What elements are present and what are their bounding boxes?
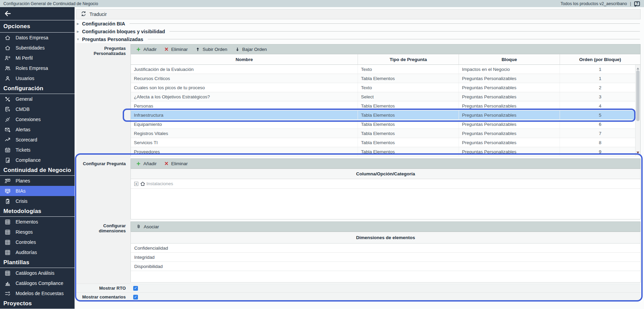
question-row[interactable]: Proveedores Tabla Elementos Preguntas Pe… [131, 147, 640, 156]
bar-chart-icon [4, 280, 11, 287]
question-row[interactable]: Registros Vitales Tabla Elementos Pregun… [131, 129, 640, 138]
scrollbar-thumb[interactable] [636, 70, 640, 121]
question-row[interactable]: Cuales son los picos de tu proceso Texto… [131, 83, 640, 92]
sidebar-item-scorecard[interactable]: Scorecard [0, 135, 75, 145]
sidebar-section-continuidad: Continuidad de Negocio [0, 165, 75, 176]
question-row-selected[interactable]: Infraestructura Tabla Elementos Pregunta… [131, 111, 640, 120]
sidebar-item-usuarios[interactable]: Usuarios [0, 73, 75, 83]
sidebar-item-catalogos-analisis[interactable]: Catálogos Análisis [0, 268, 75, 278]
configure-question-toolbar: Añadir Eliminar [130, 158, 641, 169]
grid-icon [4, 229, 11, 236]
products-user-menu[interactable]: Todos los productos v2_aescribano [561, 1, 627, 6]
chart-line-icon [4, 136, 11, 143]
mostrar-rto-label: Mostrar RTO [76, 286, 130, 291]
add-column-button[interactable]: Añadir [132, 159, 160, 168]
sidebar-item-auditorias[interactable]: Auditorías [0, 247, 75, 257]
arrow-down-icon [235, 47, 240, 52]
document-pen-icon [4, 157, 11, 164]
arrow-left-icon [4, 10, 12, 17]
column-header-tipo[interactable]: Tipo de Pregunta [358, 54, 459, 64]
sidebar-item-elementos[interactable]: Elementos [0, 217, 75, 227]
sidebar-item-riesgos[interactable]: Riesgos [0, 227, 75, 237]
associate-button[interactable]: Asociar [132, 222, 163, 231]
sidebar-item-alertas[interactable]: Alertas [0, 124, 75, 135]
question-row[interactable]: ¿Afecta a los Objetivos Estratégicos? Se… [131, 92, 640, 101]
app-window: Configuración General de Continuidad de … [0, 0, 644, 309]
mostrar-comentarios-row: Mostrar comentarios [76, 292, 641, 301]
sidebar-item-general[interactable]: General [0, 94, 75, 104]
expand-plus-icon[interactable] [134, 182, 138, 186]
scroll-up-icon[interactable] [637, 66, 639, 70]
grid-icon [4, 218, 11, 226]
column-header-bloque[interactable]: Bloque [459, 54, 560, 64]
mostrar-rto-row: Mostrar RTO [76, 284, 641, 292]
survey-checklist-icon [4, 290, 11, 297]
back-button[interactable] [0, 7, 75, 20]
sidebar-item-cmdb[interactable]: CMDB [0, 104, 75, 114]
home-icon [4, 34, 11, 41]
panel-label-configurar-dimensiones: Configurar dimensiones [76, 223, 130, 233]
question-row[interactable]: Justificación de la Evaluación Texto Imp… [131, 65, 640, 74]
column-header-orden[interactable]: Orden (por Bloque) [560, 54, 640, 64]
people-icon [4, 65, 11, 72]
sidebar-item-planes[interactable]: Planes [0, 176, 75, 186]
mostrar-comentarios-checkbox[interactable] [133, 295, 138, 300]
sidebar-item-mi-perfil[interactable]: Mi Perfil [0, 53, 75, 63]
question-row[interactable]: Personas Tabla Elementos Preguntas Perso… [131, 101, 640, 111]
mail-icon [4, 126, 11, 133]
panel-label-preguntas: Preguntas Personalizadas [76, 46, 130, 56]
sidebar-section-proyectos: Proyectos [0, 298, 75, 309]
sidebar-item-datos-empresa[interactable]: Datos Empresa [0, 33, 75, 43]
chevron-right-icon: ▶ [76, 30, 80, 33]
tools-icon [4, 96, 11, 103]
accordion-configuracion-bia[interactable]: ▶ Configuración BIA [76, 20, 641, 27]
move-down-button[interactable]: Bajar Orden [231, 44, 271, 54]
column-header-nombre[interactable]: Nombre [131, 54, 358, 64]
mostrar-comentarios-label: Mostrar comentarios [76, 294, 130, 300]
x-icon [164, 161, 169, 166]
questions-table-header: Nombre Tipo de Pregunta Bloque Orden (po… [131, 54, 640, 65]
translate-button[interactable]: Traducir [76, 9, 641, 19]
sidebar-section-configuracion: Configuración [0, 83, 75, 94]
delete-column-button[interactable]: Eliminar [160, 159, 192, 168]
sidebar-item-bias[interactable]: BIAs [0, 186, 75, 196]
top-bar: Configuración General de Continuidad de … [0, 0, 644, 7]
separator: | [630, 1, 631, 6]
help-icon[interactable]: ? [634, 1, 640, 6]
question-row[interactable]: Servicios TI Tabla Elementos Preguntas P… [131, 138, 640, 147]
sidebar-item-modelos-de-encuestas[interactable]: Modelos de Encuestas [0, 288, 75, 298]
mostrar-rto-checkbox[interactable] [133, 286, 138, 291]
sidebar-section-metodologias: Metodologías [0, 206, 75, 217]
sidebar-item-conexiones[interactable]: Conexiones [0, 114, 75, 124]
sidebar-item-tickets[interactable]: Tickets [0, 145, 75, 155]
profile-icon [4, 55, 11, 62]
divider [148, 39, 640, 39]
accordion-configuracion-bloques[interactable]: ▶ Configuración bloques y visibilidad [76, 27, 641, 35]
accordion-preguntas-personalizadas[interactable]: ▼ Preguntas Personalizadas [76, 35, 641, 43]
sidebar-item-crisis[interactable]: Crisis [0, 196, 75, 206]
move-up-button[interactable]: Subir Orden [192, 44, 231, 54]
question-row[interactable]: Recursos Críticos Tabla Elementos Pregun… [131, 74, 640, 83]
panel-label-configurar-pregunta: Configurar Pregunta [76, 161, 130, 166]
question-row[interactable]: Equipamiento Tabla Elementos Preguntas P… [131, 120, 640, 129]
sidebar-item-roles-empresa[interactable]: Roles Empresa [0, 63, 75, 73]
column-header-categoria: Columna/Opción/Categoría [131, 169, 640, 179]
scroll-down-icon[interactable] [637, 152, 639, 155]
sidebar-item-compliance[interactable]: Compliance [0, 155, 75, 165]
sidebar-item-controles[interactable]: Controles [0, 237, 75, 247]
dimension-row[interactable]: Disponibilidad [131, 262, 640, 271]
house-icon [140, 181, 145, 187]
sidebar-item-subentidades[interactable]: Subentidades [0, 43, 75, 53]
refresh-icon [81, 11, 86, 18]
questions-toolbar: Añadir Eliminar Subir Orden Bajar Orden [130, 44, 641, 54]
tree-item-instalaciones[interactable]: Instalaciones [131, 179, 640, 189]
sidebar-item-catalogos-compliance[interactable]: Catálogos Compliance [0, 278, 75, 288]
add-question-button[interactable]: Añadir [132, 44, 160, 54]
database-icon [4, 106, 11, 113]
dimension-row[interactable]: Confidencialidad [131, 244, 640, 253]
presentation-icon [4, 177, 11, 185]
vertical-scrollbar[interactable] [635, 65, 640, 156]
divider [169, 31, 640, 32]
dimension-row[interactable]: Integridad [131, 253, 640, 262]
delete-question-button[interactable]: Eliminar [160, 44, 192, 54]
